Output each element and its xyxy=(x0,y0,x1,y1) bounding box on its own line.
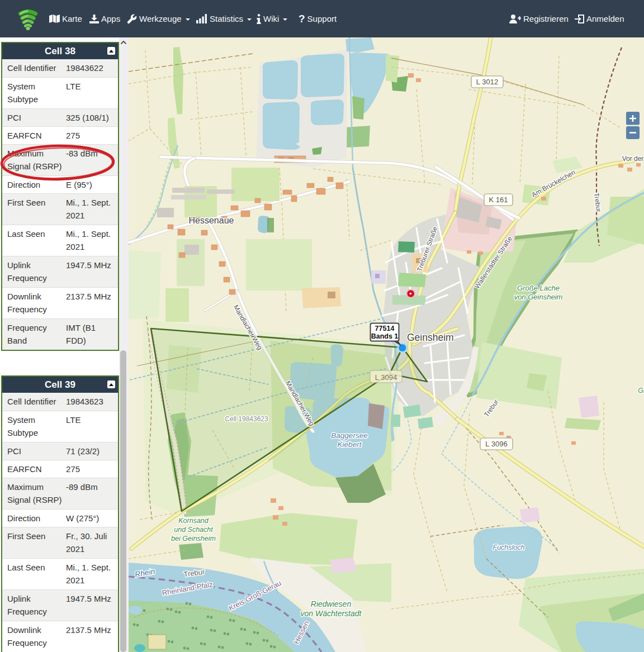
svg-text:Gr: Gr xyxy=(638,387,644,394)
svg-text:Geinsheim: Geinsheim xyxy=(407,332,454,343)
svg-text:von Wächterstadt: von Wächterstadt xyxy=(301,609,362,618)
svg-text:Fuchsloch: Fuchsloch xyxy=(493,544,525,551)
svg-text:L 3012: L 3012 xyxy=(476,78,498,86)
svg-text:von Geinsheim: von Geinsheim xyxy=(514,293,563,301)
svg-text:bei Geinsheim: bei Geinsheim xyxy=(171,535,216,542)
svg-text:Hessenaue: Hessenaue xyxy=(189,216,234,225)
svg-text:Cell 19843623: Cell 19843623 xyxy=(225,415,268,423)
svg-text:Kiebert: Kiebert xyxy=(338,440,362,449)
svg-text:Große Lache: Große Lache xyxy=(517,284,560,292)
svg-text:77514: 77514 xyxy=(375,325,395,332)
svg-text:Baggersee: Baggersee xyxy=(331,431,367,440)
svg-text:L 3094: L 3094 xyxy=(375,373,397,382)
svg-text:L 3096: L 3096 xyxy=(485,440,507,448)
svg-text:Vor der: Vor der xyxy=(622,155,644,163)
svg-text:und Schacht: und Schacht xyxy=(174,526,213,534)
svg-text:Bands 1: Bands 1 xyxy=(371,332,399,340)
svg-text:K 161: K 161 xyxy=(489,196,508,204)
svg-text:Kornsand: Kornsand xyxy=(178,517,209,525)
svg-text:Riedwiesen: Riedwiesen xyxy=(311,599,352,608)
